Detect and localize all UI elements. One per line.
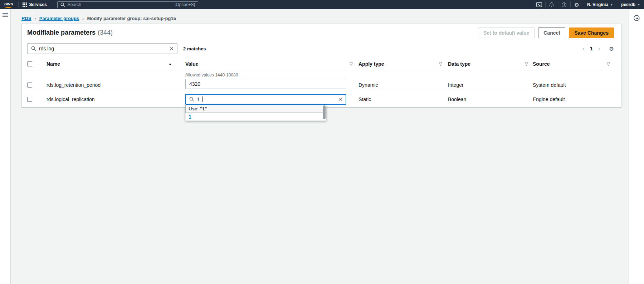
source-cell: System default <box>528 78 616 84</box>
next-page-icon[interactable]: › <box>595 45 604 52</box>
column-label: Source <box>533 61 550 67</box>
clear-selection-icon[interactable]: × <box>338 96 342 103</box>
parameter-value-cell: 1 × <box>181 94 353 105</box>
chevron-right-icon: › <box>34 16 36 21</box>
column-header-source[interactable]: Source ▽ <box>528 61 616 67</box>
row-select-cell <box>27 97 42 102</box>
gear-glyph: ⚙ <box>574 2 579 8</box>
cancel-button[interactable]: Cancel <box>538 28 565 38</box>
text-cursor <box>202 96 203 102</box>
search-icon <box>189 97 194 102</box>
sort-ascending-icon: ▲ <box>169 62 172 66</box>
chevron-right-icon: › <box>82 16 84 21</box>
pagination: ‹ 1 › ⚙ <box>579 45 614 52</box>
data-type-cell: Integer <box>442 78 528 84</box>
filter-icon[interactable]: ▽ <box>525 61 528 66</box>
filter-icon[interactable]: ▽ <box>607 61 610 66</box>
save-changes-button[interactable]: Save Changes <box>569 28 614 38</box>
parameters-table: Name ▲ Value ▽ Apply type ▽ Data type ▽ … <box>22 58 621 107</box>
source-value: Engine default <box>533 96 565 102</box>
modifiable-parameters-panel: Modifiable parameters (344) Set to defau… <box>21 24 621 108</box>
match-count: 2 matches <box>183 46 206 51</box>
cloudshell-icon[interactable] <box>533 0 545 9</box>
value-input[interactable] <box>185 79 346 89</box>
breadcrumb-current: Modify parameter group: sai-setup-pg15 <box>87 16 176 21</box>
breadcrumb: RDS › Parameter groups › Modify paramete… <box>21 16 176 21</box>
aws-logo[interactable]: aws <box>4 1 13 8</box>
account-label: peerdb <box>621 2 635 7</box>
breadcrumb-link-parameter-groups[interactable]: Parameter groups <box>39 16 79 21</box>
preferences-gear-icon[interactable]: ⚙ <box>609 46 614 51</box>
menu-icon[interactable] <box>3 13 8 17</box>
parameter-value-cell: Allowed values 1440-10080 <box>181 73 353 89</box>
global-search-input[interactable]: Search [Option+S] <box>57 1 198 8</box>
column-label: Data type <box>448 61 470 67</box>
parameter-name-cell: rds.logical_replication <box>42 96 181 102</box>
services-menu[interactable]: Services <box>19 0 51 9</box>
breadcrumb-link-rds[interactable]: RDS <box>21 16 31 21</box>
services-grid-icon <box>23 3 27 7</box>
value-editor: Allowed values 1440-10080 <box>185 73 346 89</box>
parameter-filter-box: × <box>27 43 177 54</box>
column-label: Apply type <box>358 61 384 67</box>
settings-gear-icon[interactable]: ⚙ <box>571 0 583 9</box>
parameter-filter-input[interactable] <box>39 46 167 51</box>
region-selector[interactable]: N. Virginia ▼ <box>583 0 617 9</box>
account-menu[interactable]: peerdb ▼ <box>617 0 644 9</box>
menu-bar <box>3 16 8 17</box>
select-all-checkbox[interactable] <box>27 61 32 66</box>
column-header-apply-type[interactable]: Apply type ▽ <box>353 61 442 67</box>
header-actions: Set to default value Cancel Save Changes <box>478 28 614 38</box>
help-question-glyph: ? <box>562 3 566 7</box>
column-header-data-type[interactable]: Data type ▽ <box>442 61 528 67</box>
column-header-value[interactable]: Value ▽ <box>181 61 353 67</box>
source-value: System default <box>533 82 566 88</box>
region-label: N. Virginia <box>587 2 608 7</box>
menu-bar <box>3 15 8 15</box>
page-number[interactable]: 1 <box>588 46 595 51</box>
filter-icon[interactable]: ▽ <box>350 61 353 66</box>
side-panel-icon[interactable] <box>633 15 640 22</box>
dropdown-scrollbar[interactable] <box>323 105 326 119</box>
set-default-value-button[interactable]: Set to default value <box>478 28 535 38</box>
column-label: Name <box>47 61 60 67</box>
source-cell: Engine default <box>528 96 616 102</box>
search-icon <box>31 46 36 51</box>
data-type-value: Boolean <box>448 96 466 102</box>
left-navigation-rail <box>0 9 11 284</box>
parameter-name: rds.logical_replication <box>47 96 95 102</box>
topbar-right-section: ? ⚙ N. Virginia ▼ peerdb ▼ <box>533 0 644 9</box>
apply-type-cell: Dynamic <box>353 78 442 84</box>
parameter-count: (344) <box>98 29 113 36</box>
previous-page-icon[interactable]: ‹ <box>579 45 588 52</box>
row-checkbox[interactable] <box>27 97 32 102</box>
filter-row: × 2 matches ‹ 1 › ⚙ <box>27 43 614 54</box>
services-label: Services <box>29 2 47 7</box>
column-label: Value <box>185 61 199 67</box>
dropdown-option[interactable]: 1 <box>185 113 326 121</box>
select-all-cell <box>27 61 42 66</box>
row-checkbox[interactable] <box>27 83 32 88</box>
aws-swoosh-icon <box>4 5 12 8</box>
top-navigation-bar: aws Services Search [Option+S] <box>0 0 644 9</box>
clear-filter-icon[interactable]: × <box>170 45 174 52</box>
apply-type-value: Static <box>358 96 371 102</box>
table-row: rds.log_retention_period Allowed values … <box>22 70 621 91</box>
notifications-bell-icon[interactable] <box>546 0 558 9</box>
select-query-text: 1 <box>197 96 200 102</box>
help-icon[interactable]: ? <box>558 0 570 9</box>
data-type-value: Integer <box>448 82 464 88</box>
menu-bar <box>3 13 8 14</box>
row-select-cell <box>27 78 42 83</box>
allowed-values-hint: Allowed values 1440-10080 <box>185 73 346 78</box>
search-placeholder: Search <box>68 2 172 7</box>
filter-icon[interactable]: ▽ <box>439 61 442 66</box>
column-header-name[interactable]: Name ▲ <box>42 61 181 67</box>
table-header-row: Name ▲ Value ▽ Apply type ▽ Data type ▽ … <box>22 58 621 70</box>
search-shortcut-hint: [Option+S] <box>175 2 195 7</box>
value-select-dropdown: Use: "1" 1 <box>185 105 326 121</box>
dropdown-use-option[interactable]: Use: "1" <box>185 105 326 113</box>
search-icon <box>60 3 65 7</box>
value-select-input[interactable]: 1 × <box>185 94 346 105</box>
parameter-name-cell: rds.log_retention_period <box>42 78 181 84</box>
